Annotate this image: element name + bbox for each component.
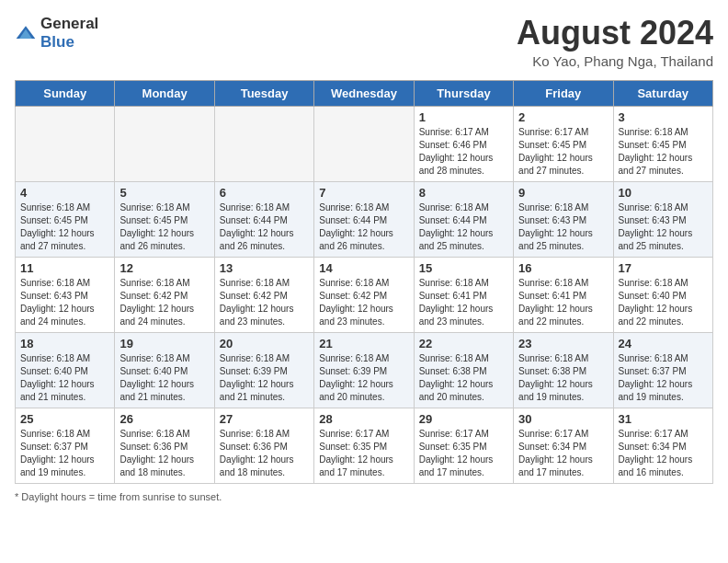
calendar-day-cell: 27Sunrise: 6:18 AM Sunset: 6:36 PM Dayli…	[214, 408, 313, 483]
day-number: 7	[319, 186, 408, 200]
day-info: Sunrise: 6:17 AM Sunset: 6:35 PM Dayligh…	[419, 428, 508, 479]
calendar-day-cell	[214, 106, 313, 181]
calendar-day-cell: 4Sunrise: 6:18 AM Sunset: 6:45 PM Daylig…	[16, 181, 115, 257]
calendar-day-cell: 19Sunrise: 6:18 AM Sunset: 6:40 PM Dayli…	[115, 332, 214, 408]
logo-general: General	[40, 15, 98, 32]
day-info: Sunrise: 6:18 AM Sunset: 6:42 PM Dayligh…	[220, 277, 309, 328]
day-info: Sunrise: 6:18 AM Sunset: 6:43 PM Dayligh…	[20, 277, 109, 328]
calendar-day-cell: 11Sunrise: 6:18 AM Sunset: 6:43 PM Dayli…	[16, 257, 115, 332]
day-number: 11	[20, 261, 109, 275]
day-info: Sunrise: 6:18 AM Sunset: 6:45 PM Dayligh…	[619, 126, 708, 178]
day-number: 4	[20, 186, 109, 200]
day-number: 19	[119, 337, 209, 350]
weekday-header: Thursday	[414, 80, 513, 106]
calendar-day-cell: 29Sunrise: 6:17 AM Sunset: 6:35 PM Dayli…	[414, 408, 513, 483]
day-number: 6	[220, 186, 309, 200]
weekday-header: Tuesday	[214, 80, 313, 106]
day-info: Sunrise: 6:17 AM Sunset: 6:34 PM Dayligh…	[619, 428, 708, 479]
calendar-day-cell: 2Sunrise: 6:17 AM Sunset: 6:45 PM Daylig…	[514, 106, 613, 181]
day-info: Sunrise: 6:18 AM Sunset: 6:41 PM Dayligh…	[518, 277, 608, 328]
day-number: 14	[319, 261, 408, 275]
weekday-header: Saturday	[613, 80, 712, 106]
day-info: Sunrise: 6:18 AM Sunset: 6:44 PM Dayligh…	[220, 201, 309, 253]
day-info: Sunrise: 6:17 AM Sunset: 6:34 PM Dayligh…	[518, 428, 608, 479]
calendar-day-cell: 16Sunrise: 6:18 AM Sunset: 6:41 PM Dayli…	[514, 257, 613, 332]
calendar-week-row: 18Sunrise: 6:18 AM Sunset: 6:40 PM Dayli…	[16, 332, 713, 408]
calendar-day-cell: 28Sunrise: 6:17 AM Sunset: 6:35 PM Dayli…	[314, 408, 414, 483]
day-number: 17	[619, 261, 708, 275]
day-info: Sunrise: 6:18 AM Sunset: 6:37 PM Dayligh…	[20, 428, 109, 479]
calendar-day-cell: 17Sunrise: 6:18 AM Sunset: 6:40 PM Dayli…	[613, 257, 712, 332]
day-info: Sunrise: 6:18 AM Sunset: 6:43 PM Dayligh…	[619, 201, 708, 253]
header: General Blue August 2024 Ko Yao, Phang N…	[15, 15, 713, 69]
day-info: Sunrise: 6:18 AM Sunset: 6:44 PM Dayligh…	[419, 201, 508, 253]
day-info: Sunrise: 6:18 AM Sunset: 6:39 PM Dayligh…	[319, 352, 408, 404]
day-number: 24	[619, 337, 708, 350]
day-number: 28	[319, 412, 408, 426]
day-number: 16	[518, 261, 608, 275]
calendar-day-cell: 13Sunrise: 6:18 AM Sunset: 6:42 PM Dayli…	[214, 257, 313, 332]
calendar-day-cell: 3Sunrise: 6:18 AM Sunset: 6:45 PM Daylig…	[613, 106, 712, 181]
logo-text: General Blue	[40, 15, 98, 52]
calendar-day-cell: 12Sunrise: 6:18 AM Sunset: 6:42 PM Dayli…	[115, 257, 214, 332]
calendar-day-cell: 31Sunrise: 6:17 AM Sunset: 6:34 PM Dayli…	[613, 408, 712, 483]
day-number: 27	[220, 412, 309, 426]
page-title: August 2024	[517, 15, 713, 52]
day-info: Sunrise: 6:18 AM Sunset: 6:37 PM Dayligh…	[619, 352, 708, 404]
footer-text: Daylight hours	[21, 491, 85, 502]
title-area: August 2024 Ko Yao, Phang Nga, Thailand	[517, 15, 713, 69]
weekday-header: Wednesday	[314, 80, 414, 106]
day-number: 25	[20, 412, 109, 426]
day-number: 26	[119, 412, 209, 426]
calendar-week-row: 1Sunrise: 6:17 AM Sunset: 6:46 PM Daylig…	[16, 106, 713, 181]
weekday-header: Sunday	[16, 80, 115, 106]
calendar-day-cell: 20Sunrise: 6:18 AM Sunset: 6:39 PM Dayli…	[214, 332, 313, 408]
calendar-day-cell	[16, 106, 115, 181]
generalblue-logo-icon	[15, 24, 37, 42]
day-number: 10	[619, 186, 708, 200]
calendar-body: 1Sunrise: 6:17 AM Sunset: 6:46 PM Daylig…	[16, 106, 713, 483]
calendar-table: SundayMondayTuesdayWednesdayThursdayFrid…	[15, 80, 713, 484]
calendar-day-cell: 24Sunrise: 6:18 AM Sunset: 6:37 PM Dayli…	[613, 332, 712, 408]
day-info: Sunrise: 6:18 AM Sunset: 6:41 PM Dayligh…	[419, 277, 508, 328]
calendar-day-cell: 22Sunrise: 6:18 AM Sunset: 6:38 PM Dayli…	[414, 332, 513, 408]
day-number: 1	[419, 110, 508, 124]
day-info: Sunrise: 6:18 AM Sunset: 6:36 PM Dayligh…	[220, 428, 309, 479]
calendar-day-cell: 6Sunrise: 6:18 AM Sunset: 6:44 PM Daylig…	[214, 181, 313, 257]
day-number: 13	[220, 261, 309, 275]
day-info: Sunrise: 6:18 AM Sunset: 6:44 PM Dayligh…	[319, 201, 408, 253]
logo-blue: Blue	[40, 33, 74, 51]
day-info: Sunrise: 6:18 AM Sunset: 6:40 PM Dayligh…	[619, 277, 708, 328]
calendar-day-cell: 14Sunrise: 6:18 AM Sunset: 6:42 PM Dayli…	[314, 257, 414, 332]
calendar-day-cell: 26Sunrise: 6:18 AM Sunset: 6:36 PM Dayli…	[115, 408, 214, 483]
day-info: Sunrise: 6:17 AM Sunset: 6:46 PM Dayligh…	[419, 126, 508, 178]
calendar-day-cell: 8Sunrise: 6:18 AM Sunset: 6:44 PM Daylig…	[414, 181, 513, 257]
day-number: 2	[518, 110, 608, 124]
calendar-day-cell	[115, 106, 214, 181]
logo: General Blue	[15, 15, 98, 52]
calendar-day-cell: 18Sunrise: 6:18 AM Sunset: 6:40 PM Dayli…	[16, 332, 115, 408]
calendar-day-cell: 25Sunrise: 6:18 AM Sunset: 6:37 PM Dayli…	[16, 408, 115, 483]
calendar-day-cell: 10Sunrise: 6:18 AM Sunset: 6:43 PM Dayli…	[613, 181, 712, 257]
calendar-day-cell: 5Sunrise: 6:18 AM Sunset: 6:45 PM Daylig…	[115, 181, 214, 257]
day-info: Sunrise: 6:18 AM Sunset: 6:36 PM Dayligh…	[119, 428, 209, 479]
day-info: Sunrise: 6:18 AM Sunset: 6:38 PM Dayligh…	[419, 352, 508, 404]
day-info: Sunrise: 6:18 AM Sunset: 6:39 PM Dayligh…	[220, 352, 309, 404]
day-number: 22	[419, 337, 508, 350]
day-number: 29	[419, 412, 508, 426]
calendar-week-row: 11Sunrise: 6:18 AM Sunset: 6:43 PM Dayli…	[16, 257, 713, 332]
weekday-header: Friday	[514, 80, 613, 106]
calendar-day-cell	[314, 106, 414, 181]
day-info: Sunrise: 6:18 AM Sunset: 6:40 PM Dayligh…	[119, 352, 209, 404]
day-number: 5	[119, 186, 209, 200]
calendar-day-cell: 1Sunrise: 6:17 AM Sunset: 6:46 PM Daylig…	[414, 106, 513, 181]
calendar-day-cell: 21Sunrise: 6:18 AM Sunset: 6:39 PM Dayli…	[314, 332, 414, 408]
calendar-day-cell: 7Sunrise: 6:18 AM Sunset: 6:44 PM Daylig…	[314, 181, 414, 257]
day-number: 12	[119, 261, 209, 275]
day-info: Sunrise: 6:18 AM Sunset: 6:43 PM Dayligh…	[518, 201, 608, 253]
day-number: 18	[20, 337, 109, 350]
day-number: 30	[518, 412, 608, 426]
day-number: 20	[220, 337, 309, 350]
calendar-day-cell: 9Sunrise: 6:18 AM Sunset: 6:43 PM Daylig…	[514, 181, 613, 257]
calendar-header-row: SundayMondayTuesdayWednesdayThursdayFrid…	[16, 80, 713, 106]
